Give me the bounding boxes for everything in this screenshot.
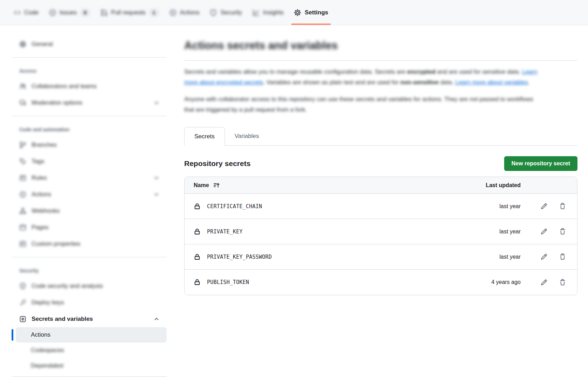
edit-secret-button[interactable] — [538, 226, 549, 237]
tab-variables[interactable]: Variables — [225, 127, 269, 145]
secret-name: CERTIFICATE_CHAIN — [207, 203, 262, 210]
sidebar-item-label: Actions — [32, 191, 51, 198]
link-learn-variables[interactable]: Learn more about variables — [455, 79, 528, 86]
name-header-label: Name — [194, 182, 209, 188]
sidebar-item-deploy-keys[interactable]: Deploy keys — [12, 294, 167, 311]
sidebar-item-custom-properties[interactable]: Custom properties — [12, 236, 167, 252]
sidebar-subitem-dependabot[interactable]: Dependabot — [16, 358, 167, 373]
secret-name-cell: PRIVATE_KEY — [194, 228, 459, 235]
row-actions — [521, 201, 568, 212]
chevron-down-icon — [153, 175, 160, 181]
sidebar-section-access: Access — [12, 62, 167, 78]
sidebar-item-moderation-options[interactable]: Moderation options — [12, 94, 167, 111]
secret-name-cell: PRIVATE_KEY_PASSWORD — [194, 253, 459, 260]
code-icon — [14, 9, 21, 16]
play-circle-icon — [169, 9, 176, 16]
column-header-last-updated: Last updated — [459, 182, 521, 188]
intro-text-segment: data. — [439, 79, 455, 86]
tab-actions[interactable]: Actions — [164, 0, 205, 25]
key-asterisk-icon — [19, 316, 26, 323]
sidebar-item-code-security[interactable]: Code security and analysis — [12, 278, 167, 294]
row-actions — [521, 277, 568, 288]
sidebar-item-collaborators[interactable]: Collaborators and teams — [12, 78, 167, 94]
row-actions — [521, 251, 568, 263]
table-row: PRIVATE_KEY last year — [185, 219, 577, 244]
row-actions — [521, 226, 568, 237]
table-header-row: Name Last updated — [185, 177, 577, 194]
divider — [12, 57, 167, 58]
sort-ascending-icon — [213, 182, 220, 188]
tab-label: Security — [220, 9, 242, 16]
lock-icon — [194, 279, 201, 286]
repo-tab-nav: Code Issues 8 Pull requests 1 Actions — [0, 0, 588, 25]
secrets-variables-tabs: Secrets Variables — [184, 127, 577, 146]
lock-icon — [194, 253, 201, 260]
column-header-name[interactable]: Name — [194, 182, 459, 188]
tab-secrets[interactable]: Secrets — [184, 127, 225, 146]
sidebar-item-label: Pages — [32, 224, 48, 231]
tab-pull-requests[interactable]: Pull requests 1 — [95, 0, 164, 25]
sidebar-section-security: Security — [12, 262, 167, 278]
secret-name: PRIVATE_KEY_PASSWORD — [207, 254, 272, 260]
sidebar-item-secrets-and-variables[interactable]: Secrets and variables — [12, 311, 167, 327]
intro-text-segment: and are used for sensitive data. — [435, 68, 522, 75]
sidebar-item-branches[interactable]: Branches — [12, 137, 167, 153]
delete-secret-button[interactable] — [557, 251, 568, 263]
edit-secret-button[interactable] — [538, 251, 549, 263]
delete-secret-button[interactable] — [557, 277, 568, 288]
sidebar-item-webhooks[interactable]: Webhooks — [12, 203, 167, 219]
table-row: PRIVATE_KEY_PASSWORD last year — [185, 244, 577, 270]
sidebar-item-pages[interactable]: Pages — [12, 219, 167, 236]
gear-icon — [294, 9, 301, 16]
people-icon — [19, 83, 26, 90]
sidebar-item-label: General — [32, 41, 53, 48]
tab-issues[interactable]: Issues 8 — [44, 0, 95, 25]
tab-security[interactable]: Security — [205, 0, 247, 25]
secret-name-cell: CERTIFICATE_CHAIN — [194, 203, 459, 210]
divider — [12, 116, 167, 116]
secret-name: PRIVATE_KEY — [207, 229, 243, 235]
secret-name-cell: PUBLISH_TOKEN — [194, 279, 459, 286]
sidebar-item-label: Custom properties — [32, 240, 80, 247]
note-icon — [19, 240, 26, 247]
pull-requests-count-badge: 1 — [149, 9, 159, 16]
sidebar-item-actions[interactable]: Actions — [12, 186, 167, 203]
divider — [184, 60, 577, 61]
new-repository-secret-button[interactable]: New repository secret — [504, 156, 577, 171]
secret-name: PUBLISH_TOKEN — [207, 279, 249, 285]
sidebar-item-rules[interactable]: Rules — [12, 170, 167, 186]
edit-secret-button[interactable] — [538, 201, 549, 212]
sidebar-item-label: Codespaces — [31, 347, 64, 354]
chevron-up-icon — [153, 316, 160, 322]
sidebar-item-label: Tags — [32, 158, 44, 165]
sidebar-subitem-codespaces[interactable]: Codespaces — [16, 343, 167, 358]
sidebar-item-label: Dependabot — [31, 362, 64, 369]
sidebar-subitem-actions[interactable]: Actions — [16, 327, 167, 343]
tab-label: Insights — [263, 9, 284, 16]
sidebar-item-label: Code security and analysis — [32, 283, 103, 290]
sidebar-item-tags[interactable]: Tags — [12, 153, 167, 170]
edit-secret-button[interactable] — [538, 277, 549, 288]
sidebar-item-general[interactable]: General — [12, 36, 167, 52]
last-updated-cell: last year — [459, 254, 521, 260]
tab-code[interactable]: Code — [8, 0, 44, 25]
intro-text-segment: . — [528, 79, 530, 86]
settings-sidebar: General Access Collaborators and teams M… — [12, 36, 167, 377]
tab-settings[interactable]: Settings — [289, 0, 333, 25]
webhook-icon — [19, 207, 26, 214]
tab-insights[interactable]: Insights — [247, 0, 289, 25]
intro-text-segment: Secrets and variables allow you to manag… — [184, 68, 407, 75]
tab-label: Actions — [180, 9, 200, 16]
key-icon — [19, 299, 26, 306]
browser-icon — [19, 224, 26, 231]
sidebar-item-label: Branches — [32, 141, 57, 148]
delete-secret-button[interactable] — [557, 226, 568, 237]
sidebar-item-label: Webhooks — [32, 207, 60, 214]
page-title: Actions secrets and variables — [184, 39, 577, 52]
git-pull-request-icon — [101, 9, 108, 16]
tab-label: Pull requests — [111, 9, 146, 16]
sidebar-item-label: Deploy keys — [32, 299, 64, 306]
intro-text-segment: . Variables are shown as plain text and … — [263, 79, 400, 86]
tab-label: Settings — [305, 9, 328, 16]
delete-secret-button[interactable] — [557, 201, 568, 212]
